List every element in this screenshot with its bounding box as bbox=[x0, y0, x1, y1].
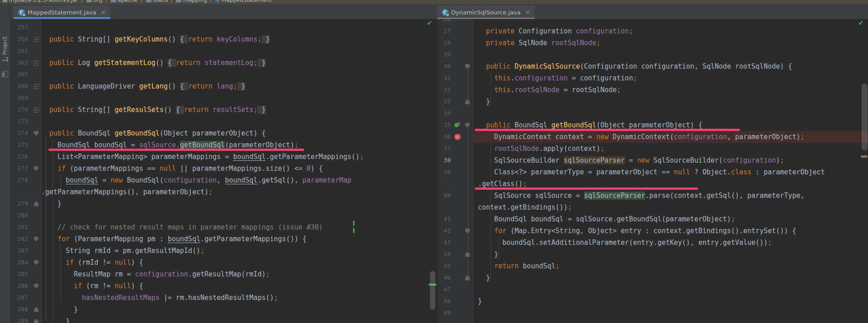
line-number[interactable]: 280 bbox=[10, 210, 32, 221]
line-number[interactable]: 262 bbox=[10, 57, 32, 69]
fold-marker[interactable] bbox=[465, 276, 470, 281]
line-number[interactable]: 35 bbox=[438, 119, 453, 131]
code-line-273[interactable]: 273 bbox=[10, 116, 437, 127]
tool-window-icon[interactable] bbox=[2, 71, 8, 77]
code-text[interactable]: boundSql.setAdditionalParameter(entry.ge… bbox=[473, 237, 868, 248]
code-text[interactable] bbox=[41, 92, 437, 104]
code-text[interactable] bbox=[473, 49, 868, 61]
code-text[interactable]: public String[] getKeyColumns() { return… bbox=[41, 33, 437, 45]
breakpoint-icon[interactable]: ✓ bbox=[453, 131, 462, 143]
code-line-261[interactable]: 261 bbox=[10, 45, 437, 57]
fold-marker[interactable] bbox=[465, 99, 470, 104]
code-line-279[interactable]: 279 } bbox=[10, 198, 437, 210]
code-text[interactable]: String rmId = pm.getResultMapId(); bbox=[41, 245, 437, 257]
breadcrumb-item[interactable]: ibatis bbox=[146, 0, 168, 3]
code-text[interactable]: ResultMap rm = configuration.getResultMa… bbox=[41, 268, 437, 280]
code-line-276[interactable]: 276 List<ParameterMapping> parameterMapp… bbox=[10, 151, 437, 163]
line-number[interactable]: 261 bbox=[10, 45, 32, 57]
tab-dynamicsqlsource[interactable]: C DynamicSqlSource.java × bbox=[437, 5, 535, 19]
line-number[interactable]: 46 bbox=[438, 272, 453, 284]
line-number[interactable]: 258 bbox=[10, 33, 32, 45]
code-line-35[interactable]: 35↑ public BoundSql getBoundSql(Object p… bbox=[438, 119, 868, 131]
line-number[interactable]: 36 bbox=[438, 131, 453, 143]
code-text[interactable]: public Log getStatementLog() { return st… bbox=[41, 57, 437, 69]
code-text[interactable]: // check for nested result maps in param… bbox=[41, 221, 437, 233]
code-text[interactable]: for (Map.Entry<String, Object> entry : c… bbox=[473, 225, 868, 237]
code-text[interactable] bbox=[473, 108, 868, 119]
line-number[interactable]: 44 bbox=[438, 248, 453, 260]
code-line-288[interactable]: 288 } bbox=[10, 304, 437, 315]
code-line-41[interactable]: 41 BoundSql boundSql = sqlSource.getBoun… bbox=[438, 213, 868, 225]
fold-marker[interactable] bbox=[34, 131, 38, 136]
line-number[interactable] bbox=[438, 201, 453, 213]
code-text[interactable]: List<ParameterMapping> parameterMappings… bbox=[41, 151, 437, 163]
code-line-284[interactable]: 284 if (rmId != null) { bbox=[10, 257, 437, 268]
editor-dynamicsqlsource[interactable]: 2627 private Configuration configuration… bbox=[437, 19, 868, 323]
line-number[interactable]: 32 bbox=[438, 84, 453, 96]
code-text[interactable]: if (rm != null) { bbox=[41, 280, 437, 292]
code-text[interactable]: } bbox=[41, 304, 437, 315]
line-number[interactable]: 278 bbox=[10, 174, 32, 186]
line-number[interactable]: 34 bbox=[438, 108, 453, 119]
code-line-281[interactable]: 281 // check for nested result maps in p… bbox=[10, 221, 437, 233]
fold-marker[interactable] bbox=[34, 260, 38, 265]
code-text[interactable] bbox=[41, 45, 437, 57]
code-line-34[interactable]: 34 bbox=[438, 108, 868, 119]
inspection-ok-icon[interactable]: ✔ bbox=[858, 19, 864, 27]
line-number[interactable]: 284 bbox=[10, 257, 32, 268]
line-number[interactable] bbox=[438, 178, 453, 190]
code-line-42[interactable]: 42 for (Map.Entry<String, Object> entry … bbox=[438, 225, 868, 237]
line-number[interactable]: 273 bbox=[10, 116, 32, 127]
fold-marker[interactable] bbox=[34, 108, 39, 112]
line-number[interactable]: 265 bbox=[10, 69, 32, 80]
line-number[interactable]: 41 bbox=[438, 213, 453, 225]
fold-marker[interactable] bbox=[34, 84, 39, 89]
line-number[interactable]: 43 bbox=[438, 237, 453, 248]
code-line-270[interactable]: 270 public String[] getResulSets() { ret… bbox=[10, 104, 437, 116]
code-line-257[interactable]: 257 bbox=[10, 22, 437, 33]
scrollbar-thumb[interactable] bbox=[862, 84, 868, 150]
code-text[interactable]: public BoundSql getBoundSql(Object param… bbox=[473, 119, 868, 131]
code-text[interactable]: boundSql = new BoundSql(configuration, b… bbox=[41, 174, 437, 186]
code-line-27[interactable]: 27 private Configuration configuration; bbox=[438, 25, 868, 37]
code-line-282[interactable]: 282 for (ParameterMapping pm : boundSql.… bbox=[10, 233, 437, 245]
line-number[interactable]: 281 bbox=[10, 221, 32, 233]
code-line-36[interactable]: 36✓ DynamicContext context = new Dynamic… bbox=[438, 131, 868, 143]
code-line-43[interactable]: 43 boundSql.setAdditionalParameter(entry… bbox=[438, 237, 868, 248]
line-number[interactable]: 287 bbox=[10, 292, 32, 304]
code-line-49[interactable]: 49 bbox=[438, 307, 868, 319]
line-number[interactable]: 283 bbox=[10, 245, 32, 257]
line-number[interactable]: 45 bbox=[438, 260, 453, 272]
line-number[interactable]: 47 bbox=[438, 284, 453, 295]
code-line-287[interactable]: 287 hasNestedResultMaps |= rm.hasNestedR… bbox=[10, 292, 437, 304]
code-line-32[interactable]: 32 this.rootSqlNode = rootSqlNode; bbox=[438, 84, 868, 96]
line-number[interactable]: 49 bbox=[438, 307, 453, 319]
line-number[interactable]: 42 bbox=[438, 225, 453, 237]
fold-marker[interactable] bbox=[34, 166, 38, 171]
line-number[interactable]: 270 bbox=[10, 104, 32, 116]
sidebar-item-project[interactable]: 1: Project bbox=[2, 37, 8, 62]
fold-marker[interactable] bbox=[34, 61, 39, 66]
code-text[interactable]: return boundSql; bbox=[473, 260, 868, 272]
code-text[interactable]: Class<?> parameterType = parameterObject… bbox=[473, 166, 868, 178]
line-number[interactable]: 30 bbox=[438, 61, 453, 72]
breadcrumb-item[interactable]: apache bbox=[111, 0, 138, 3]
code-text[interactable] bbox=[473, 284, 868, 295]
code-text[interactable]: BoundSql boundSql = sqlSource.getBoundSq… bbox=[41, 139, 437, 151]
breadcrumb-item[interactable]: mybatis-3.2.3-sources.jar bbox=[3, 0, 78, 3]
line-number[interactable]: 269 bbox=[10, 92, 32, 104]
line-number[interactable]: 274 bbox=[10, 127, 32, 139]
override-method-icon[interactable]: ↑ bbox=[453, 119, 462, 131]
fold-marker[interactable] bbox=[34, 319, 38, 323]
close-icon[interactable]: × bbox=[101, 9, 106, 16]
code-text[interactable]: hasNestedResultMaps |= rm.hasNestedResul… bbox=[41, 292, 437, 304]
line-number[interactable]: 279 bbox=[10, 198, 32, 210]
line-number[interactable]: 29 bbox=[438, 49, 453, 61]
fold-marker[interactable] bbox=[465, 123, 470, 128]
line-number[interactable]: 288 bbox=[10, 304, 32, 315]
code-text[interactable]: this.rootSqlNode = rootSqlNode; bbox=[473, 84, 868, 96]
code-line-286[interactable]: 286 if (rm != null) { bbox=[10, 280, 437, 292]
fold-marker[interactable] bbox=[34, 284, 38, 289]
code-line-33[interactable]: 33 } bbox=[438, 96, 868, 108]
line-number[interactable]: 27 bbox=[438, 25, 453, 37]
